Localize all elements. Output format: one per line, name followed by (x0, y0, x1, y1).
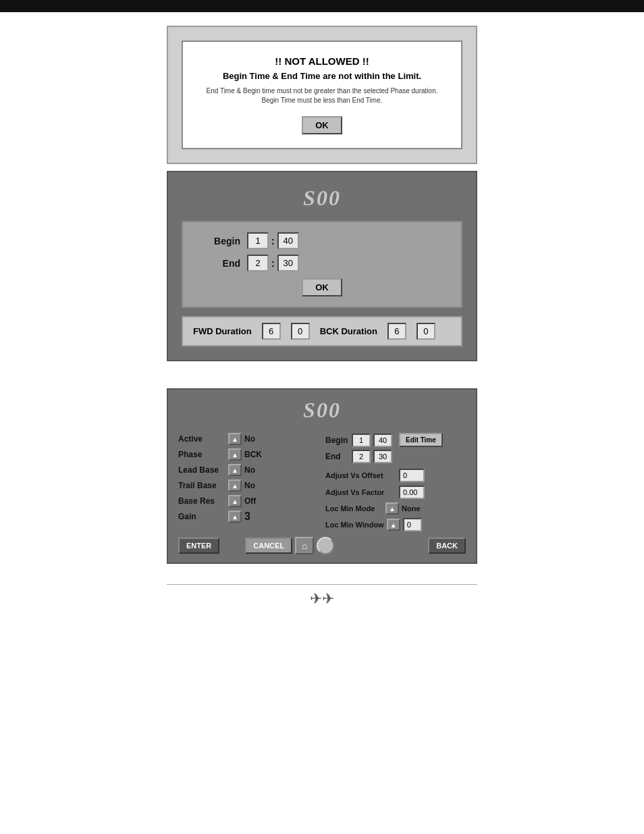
fwd-dur-val1[interactable] (262, 323, 281, 340)
cancel-button[interactable]: CANCEL (245, 538, 292, 554)
adjust-vs-offset-row: Adjust Vs Offset (325, 469, 466, 482)
enter-button[interactable]: ENTER (178, 538, 219, 554)
trail-base-label: Trail Base (178, 481, 225, 490)
loc-min-window-up-btn[interactable]: ▲ (387, 519, 400, 531)
adjust-vs-offset-label: Adjust Vs Offset (325, 471, 396, 479)
adjust-vs-factor-row: Adjust Vs Factor (325, 486, 466, 499)
phase-row: Phase ▲ BCK (178, 448, 319, 461)
trail-base-value: No (244, 481, 255, 490)
base-res-value: Off (244, 496, 256, 506)
back-button[interactable]: BACK (428, 538, 466, 554)
active-label: Active (178, 434, 225, 444)
lead-base-up-btn[interactable]: ▲ (228, 464, 242, 476)
p3-begin-row: Begin Edit Time (325, 433, 466, 447)
begin-min-input[interactable] (247, 232, 269, 249)
footer-line (167, 584, 477, 585)
trail-base-row: Trail Base ▲ No (178, 479, 319, 492)
adjust-vs-factor-label: Adjust Vs Factor (325, 488, 396, 496)
duration-bar: FWD Duration BCK Duration (182, 316, 462, 346)
end-label: End (200, 258, 240, 269)
footer-logo: ✈✈ (167, 590, 477, 608)
p3-end-sec[interactable] (373, 450, 392, 463)
bck-dur-val2[interactable] (417, 323, 435, 340)
p3-end-row: End (325, 450, 466, 463)
begin-end-box: Begin : End : OK (182, 221, 462, 308)
begin-row: Begin : (200, 232, 444, 249)
lead-base-label: Lead Base (178, 465, 225, 475)
home-icon-button[interactable]: ⌂ (295, 537, 314, 554)
bottom-bar: ENTER CANCEL ⌂ BACK (178, 537, 466, 554)
s00-begin-end-panel: S00 Begin : End : OK FWD Duration BCK Du… (167, 171, 477, 361)
dialog-subtitle: Begin Time & End Time are not within the… (203, 71, 441, 81)
lead-base-row: Lead Base ▲ No (178, 464, 319, 476)
left-col: Active ▲ No Phase ▲ BCK Lead Base ▲ No T… (178, 433, 319, 531)
adjust-vs-factor-input[interactable] (399, 486, 425, 499)
base-res-label: Base Res (178, 496, 225, 506)
begin-sec-input[interactable] (277, 232, 299, 249)
active-row: Active ▲ No (178, 433, 319, 445)
p3-end-min[interactable] (352, 450, 371, 463)
begin-end-ok-button[interactable]: OK (302, 278, 342, 296)
trail-base-up-btn[interactable]: ▲ (228, 479, 242, 492)
lead-base-value: No (244, 465, 255, 475)
fwd-dur-val2[interactable] (291, 323, 310, 340)
gain-label: Gain (178, 512, 225, 521)
loc-min-mode-row: Loc Min Mode ▲ None (325, 502, 466, 515)
top-bar (0, 0, 644, 12)
panel3-title: S00 (178, 398, 466, 423)
begin-end-block: Begin Edit Time End (325, 433, 466, 463)
loc-min-window-row: Loc Min Window ▲ (325, 518, 466, 531)
p3-begin-min[interactable] (352, 434, 371, 447)
loc-min-window-input[interactable] (403, 518, 422, 531)
base-res-up-btn[interactable]: ▲ (228, 495, 242, 507)
dialog-body: End Time & Begin time must not be greate… (203, 86, 441, 105)
bck-duration-label: BCK Duration (320, 326, 377, 336)
loc-min-mode-up-btn[interactable]: ▲ (385, 502, 399, 515)
base-res-row: Base Res ▲ Off (178, 495, 319, 507)
end-sec-input[interactable] (277, 255, 299, 271)
adjust-vs-offset-input[interactable] (399, 469, 425, 482)
footer: ✈✈ (167, 584, 477, 608)
p3-begin-sec[interactable] (373, 434, 392, 447)
circle-button[interactable] (317, 537, 334, 554)
dialog-title: !! NOT ALLOWED !! (203, 55, 441, 67)
active-up-btn[interactable]: ▲ (228, 433, 242, 445)
end-row: End : (200, 255, 444, 271)
gain-row: Gain ▲ 3 (178, 511, 319, 523)
colon1: : (271, 236, 275, 246)
loc-min-mode-value: None (402, 504, 421, 513)
gain-value: 3 (244, 511, 250, 523)
phase-label: Phase (178, 450, 225, 459)
loc-min-mode-label: Loc Min Mode (325, 504, 383, 513)
p3-begin-label: Begin (325, 436, 349, 445)
edit-time-button[interactable]: Edit Time (399, 433, 443, 447)
not-allowed-panel: !! NOT ALLOWED !! Begin Time & End Time … (167, 26, 477, 164)
active-value: No (244, 434, 255, 444)
fwd-duration-label: FWD Duration (193, 326, 252, 336)
not-allowed-ok-button[interactable]: OK (302, 116, 342, 134)
begin-label: Begin (200, 236, 240, 246)
dialog-box: !! NOT ALLOWED !! Begin Time & End Time … (182, 41, 462, 149)
phase-value: BCK (244, 450, 262, 459)
phase-up-btn[interactable]: ▲ (228, 448, 242, 461)
s00-settings-panel: S00 Active ▲ No Phase ▲ BCK Lead Base ▲ … (167, 388, 477, 564)
p3-end-label: End (325, 452, 349, 461)
end-min-input[interactable] (247, 255, 269, 271)
right-col: Begin Edit Time End Adjust Vs Offset Adj… (325, 433, 466, 531)
colon2: : (271, 258, 275, 269)
bck-dur-val1[interactable] (387, 323, 406, 340)
panel2-title: S00 (182, 186, 462, 211)
loc-min-window-label: Loc Min Window (325, 521, 384, 529)
gain-up-btn[interactable]: ▲ (228, 511, 242, 523)
